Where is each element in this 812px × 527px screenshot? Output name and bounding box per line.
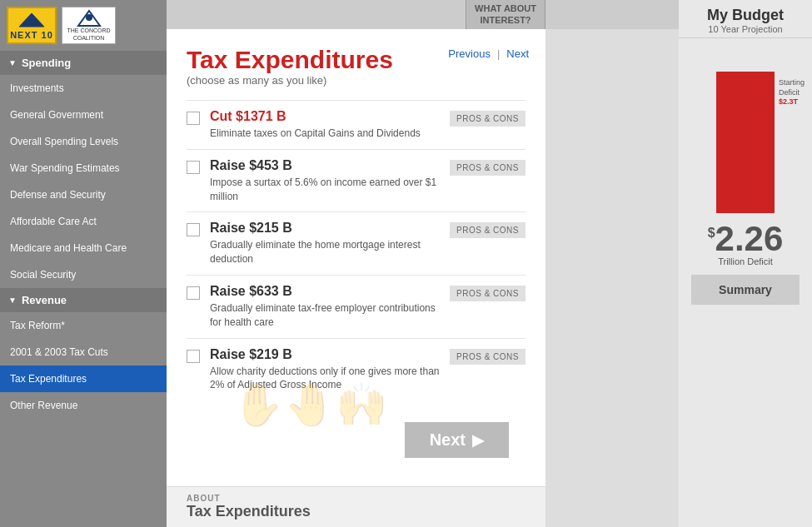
page-subtitle: (choose as many as you like) bbox=[187, 74, 526, 87]
next-btn-label: Next bbox=[430, 430, 466, 450]
previous-link[interactable]: Previous bbox=[448, 47, 491, 60]
deficit-bar: StartingDeficit $2.3T bbox=[716, 72, 775, 213]
topbar: WHAT ABOUTINTEREST? bbox=[167, 0, 679, 29]
budget-panel: My Budget 10 Year Projection StartingDef… bbox=[679, 0, 812, 527]
option-item-3: Raise $215 B Gradually eliminate the hom… bbox=[187, 211, 526, 275]
deficit-number: 2.26 bbox=[715, 219, 784, 258]
option-body-2: Raise $453 B Impose a surtax of 5.6% on … bbox=[210, 158, 440, 204]
chart-area: StartingDeficit $2.3T $2.26 Trillion Def… bbox=[679, 38, 812, 527]
option-body-1: Cut $1371 B Eliminate taxes on Capital G… bbox=[210, 109, 440, 141]
option-title-5: Raise $219 B bbox=[210, 347, 440, 362]
revenue-arrow-icon: ▼ bbox=[8, 296, 17, 305]
budget-subtitle: 10 Year Projection bbox=[684, 24, 807, 34]
sidebar-item-overall-spending[interactable]: Overall Spending Levels bbox=[0, 128, 167, 155]
sidebar-item-tax-cuts[interactable]: 2001 & 2003 Tax Cuts bbox=[0, 339, 167, 365]
deficit-amount: $2.26 bbox=[708, 221, 784, 256]
option-item-4: Raise $633 B Gradually eliminate tax-fre… bbox=[187, 275, 526, 338]
starting-deficit-value: $2.3T bbox=[779, 97, 798, 106]
option-desc-4: Gradually eliminate tax-free employer co… bbox=[210, 301, 440, 330]
revenue-section-header[interactable]: ▼ Revenue bbox=[0, 288, 167, 312]
next-button[interactable]: Next ▶ bbox=[405, 422, 509, 458]
concord-logo: THE CONCORD COALITION bbox=[62, 7, 116, 44]
option-body-3: Raise $215 B Gradually eliminate the hom… bbox=[210, 221, 440, 266]
spending-arrow-icon: ▼ bbox=[8, 58, 17, 67]
option-checkbox-3[interactable] bbox=[187, 223, 200, 236]
option-desc-3: Gradually eliminate the home mortgage in… bbox=[210, 238, 440, 266]
sidebar-item-other-revenue[interactable]: Other Revenue bbox=[0, 392, 167, 419]
content-panel: Tax Expenditures (choose as many as you … bbox=[167, 29, 545, 527]
spending-section-header[interactable]: ▼ Spending bbox=[0, 51, 167, 75]
sidebar-item-social-security[interactable]: Social Security bbox=[0, 261, 167, 288]
option-title-2: Raise $453 B bbox=[210, 158, 440, 173]
main-content: WHAT ABOUTINTEREST? Tax Expenditures (ch… bbox=[167, 0, 679, 527]
pros-cons-btn-3[interactable]: PROS & CONS bbox=[450, 222, 526, 238]
concord-label: THE CONCORD COALITION bbox=[62, 27, 115, 42]
summary-button[interactable]: Summary bbox=[691, 275, 800, 305]
about-title: Tax Expenditures bbox=[187, 503, 526, 520]
option-checkbox-2[interactable] bbox=[187, 161, 200, 174]
about-section: ABOUT Tax Expenditures bbox=[167, 486, 545, 527]
sidebar-item-defense[interactable]: Defense and Security bbox=[0, 181, 167, 208]
revenue-label: Revenue bbox=[22, 294, 67, 306]
pros-cons-btn-4[interactable]: PROS & CONS bbox=[450, 286, 526, 301]
hands-decoration: ✋🤚🙌 bbox=[232, 380, 387, 429]
options-list: Cut $1371 B Eliminate taxes on Capital G… bbox=[187, 100, 526, 400]
option-title-1: Cut $1371 B bbox=[210, 109, 440, 124]
deficit-dollar-sign: $ bbox=[708, 226, 715, 240]
starting-deficit-label: StartingDeficit bbox=[779, 78, 805, 97]
option-desc-1: Eliminate taxes on Capital Gains and Div… bbox=[210, 127, 440, 141]
budget-title: My Budget bbox=[684, 7, 807, 24]
starting-deficit-annotation: StartingDeficit $2.3T bbox=[779, 78, 805, 107]
nav-separator: | bbox=[497, 47, 500, 60]
option-desc-2: Impose a surtax of 5.6% on income earned… bbox=[210, 176, 440, 204]
sidebar-item-tax-expenditures[interactable]: Tax Expenditures bbox=[0, 365, 167, 392]
next10-logo: NEXT 10 bbox=[7, 7, 57, 44]
nav-links: Previous | Next bbox=[448, 47, 529, 60]
sidebar: NEXT 10 THE CONCORD COALITION ▼ Spending… bbox=[0, 0, 167, 527]
next-btn-arrow-icon: ▶ bbox=[472, 431, 484, 450]
option-checkbox-4[interactable] bbox=[187, 286, 200, 300]
option-item-2: Raise $453 B Impose a surtax of 5.6% on … bbox=[187, 149, 526, 212]
about-label: ABOUT bbox=[187, 494, 526, 503]
option-title-3: Raise $215 B bbox=[210, 221, 440, 236]
spending-label: Spending bbox=[22, 57, 71, 69]
option-body-4: Raise $633 B Gradually eliminate tax-fre… bbox=[210, 284, 440, 330]
deficit-label: Trillion Deficit bbox=[718, 256, 773, 266]
what-about-interest-button[interactable]: WHAT ABOUTINTEREST? bbox=[466, 0, 545, 30]
option-title-4: Raise $633 B bbox=[210, 284, 440, 299]
svg-point-2 bbox=[86, 14, 92, 21]
budget-header: My Budget 10 Year Projection bbox=[679, 0, 812, 38]
option-item-1: Cut $1371 B Eliminate taxes on Capital G… bbox=[187, 100, 526, 149]
logo-area: NEXT 10 THE CONCORD COALITION bbox=[0, 0, 167, 51]
sidebar-item-investments[interactable]: Investments bbox=[0, 75, 167, 102]
sidebar-item-tax-reform[interactable]: Tax Reform* bbox=[0, 312, 167, 339]
pros-cons-btn-1[interactable]: PROS & CONS bbox=[450, 111, 526, 127]
sidebar-item-medicare[interactable]: Medicare and Health Care bbox=[0, 235, 167, 261]
option-checkbox-1[interactable] bbox=[187, 112, 200, 125]
sidebar-item-aca[interactable]: Affordable Care Act bbox=[0, 208, 167, 235]
option-checkbox-5[interactable] bbox=[187, 350, 200, 363]
next-link[interactable]: Next bbox=[506, 47, 529, 60]
next10-label: NEXT 10 bbox=[10, 30, 53, 40]
sidebar-item-war-spending[interactable]: War Spending Estimates bbox=[0, 155, 167, 181]
svg-marker-0 bbox=[19, 13, 44, 27]
pros-cons-btn-2[interactable]: PROS & CONS bbox=[450, 160, 526, 176]
pros-cons-btn-5[interactable]: PROS & CONS bbox=[450, 349, 526, 365]
sidebar-item-general-government[interactable]: General Government bbox=[0, 102, 167, 128]
